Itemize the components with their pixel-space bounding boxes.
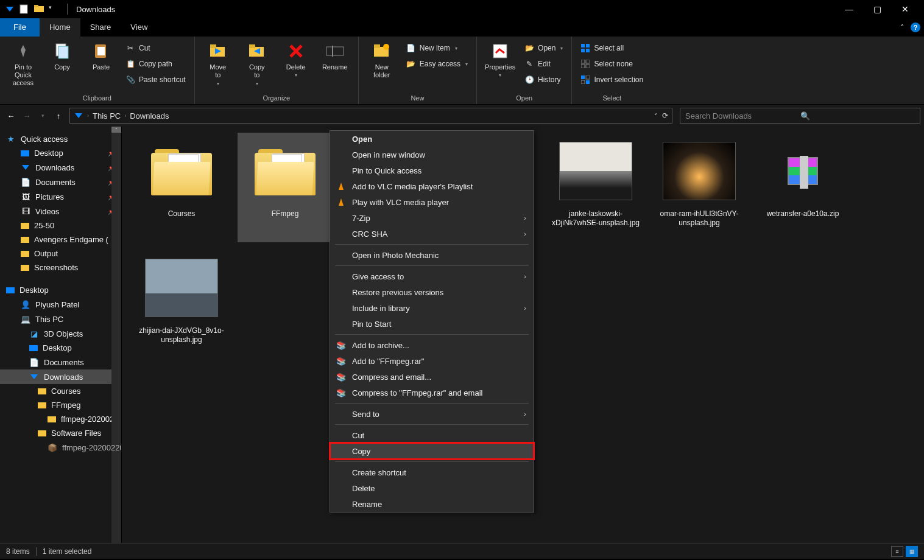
nav-back-button[interactable]: ←	[4, 108, 18, 123]
sidebar-desktop-root[interactable]: Desktop	[0, 283, 121, 297]
move-to-button[interactable]: Move to	[201, 39, 235, 89]
cm-cut[interactable]: Cut	[330, 427, 534, 443]
tab-home[interactable]: Home	[40, 18, 80, 37]
sidebar-ffmpeg-sub2[interactable]: 📦ffmpeg-20200220	[0, 440, 121, 455]
cm-restore-versions[interactable]: Restore previous versions	[330, 284, 534, 300]
crumb-downloads[interactable]: Downloads	[130, 111, 169, 121]
file-icon[interactable]	[19, 4, 29, 14]
properties-button[interactable]: Properties	[483, 39, 517, 80]
sidebar-this-pc[interactable]: 💻This PC	[0, 312, 121, 326]
qat-dropdown-icon[interactable]: ▾	[49, 4, 58, 14]
file-item-image-zhijian[interactable]: zhijian-dai-JXdVGb_8v1o-unsplash.jpg	[134, 250, 229, 359]
cm-include-library[interactable]: Include in library›	[330, 300, 534, 316]
cm-send-to[interactable]: Send to›	[330, 406, 534, 422]
file-pane[interactable]: Courses FFmpeg janke-laskowski-xDjiNk7wh…	[122, 127, 924, 543]
cm-vlc-playlist[interactable]: Add to VLC media player's Playlist	[330, 178, 534, 194]
nav-recent-dropdown[interactable]: ▾	[35, 108, 50, 123]
sidebar-videos[interactable]: 🎞Videos📌	[0, 204, 121, 219]
address-dropdown-icon[interactable]: ˅	[654, 113, 657, 119]
select-all-button[interactable]: Select all	[578, 41, 646, 55]
folder-item-courses[interactable]: Courses	[134, 133, 229, 242]
cm-copy[interactable]: Copy	[330, 443, 534, 459]
sidebar-folder-25-50[interactable]: 25-50	[0, 219, 121, 233]
sidebar-downloads2[interactable]: Downloads	[0, 369, 121, 384]
select-none-button[interactable]: Select none	[578, 57, 646, 71]
sidebar-documents[interactable]: 📄Documents📌	[0, 175, 121, 189]
tab-file[interactable]: File	[0, 18, 40, 37]
sidebar-software[interactable]: Software Files	[0, 426, 121, 440]
details-view-button[interactable]: ≡	[891, 546, 903, 557]
file-item-image-omar[interactable]: omar-ram-ihULI3tGnVY-unsplash.jpg	[652, 133, 747, 242]
cm-pin-quick-access[interactable]: Pin to Quick access	[330, 163, 534, 178]
collapse-ribbon-icon[interactable]: ˄	[900, 23, 905, 32]
sidebar-folder-screenshots[interactable]: Screenshots	[0, 261, 121, 275]
edit-button[interactable]: ✎Edit	[522, 57, 565, 71]
nav-up-button[interactable]: ↑	[51, 108, 66, 123]
cm-open-new-window[interactable]: Open in new window	[330, 147, 534, 163]
copy-button[interactable]: Copy	[45, 39, 79, 73]
new-folder-button[interactable]: New folder	[365, 39, 399, 82]
folder-icon[interactable]	[34, 4, 44, 14]
cm-add-rar[interactable]: 📚Add to "FFmpeg.rar"	[330, 353, 534, 369]
new-item-button[interactable]: 📄New item▾	[404, 41, 470, 55]
rename-button[interactable]: Rename	[318, 39, 352, 73]
invert-selection-button[interactable]: Invert selection	[578, 73, 646, 86]
easy-access-button[interactable]: 📂Easy access▾	[404, 57, 470, 71]
open-button[interactable]: 📂Open▾	[522, 41, 565, 55]
sidebar-courses[interactable]: Courses	[0, 384, 121, 398]
sidebar-3d-objects[interactable]: ◪3D Objects	[0, 326, 121, 341]
sidebar-ffmpeg-sub[interactable]: ffmpeg-2020022	[0, 412, 121, 426]
cm-7zip[interactable]: 7-Zip›	[330, 210, 534, 226]
copy-to-button[interactable]: Copy to	[240, 39, 274, 89]
history-button[interactable]: 🕑History	[522, 73, 565, 86]
tab-share[interactable]: Share	[80, 18, 121, 37]
copy-path-button[interactable]: 📋Copy path	[123, 57, 188, 71]
crumb-sep-icon[interactable]: ›	[124, 113, 126, 119]
search-input[interactable]: Search Downloads 🔍	[680, 108, 920, 124]
delete-button[interactable]: Delete	[279, 39, 313, 80]
sidebar-scrollbar[interactable]: ˄	[111, 127, 121, 543]
crumb-this-pc[interactable]: This PC	[93, 111, 121, 121]
sidebar-user[interactable]: 👤Piyush Patel	[0, 297, 121, 312]
maximize-button[interactable]: ▢	[863, 0, 891, 18]
paste-button[interactable]: Paste	[84, 39, 118, 73]
cm-crc-sha[interactable]: CRC SHA›	[330, 226, 534, 242]
sidebar-quick-access[interactable]: ★Quick access	[0, 131, 121, 146]
icons-view-button[interactable]: ▦	[906, 546, 918, 557]
tab-view[interactable]: View	[121, 18, 157, 37]
refresh-icon[interactable]: ⟳	[662, 111, 668, 120]
address-bar[interactable]: › This PC › Downloads ˅ ⟳	[69, 108, 672, 124]
cm-photo-mechanic[interactable]: Open in Photo Mechanic	[330, 247, 534, 263]
down-arrow-icon[interactable]	[5, 4, 15, 14]
sidebar-documents2[interactable]: 📄Documents	[0, 355, 121, 369]
sidebar-downloads[interactable]: Downloads📌	[0, 160, 121, 175]
cm-delete[interactable]: Delete	[330, 480, 534, 496]
minimize-button[interactable]: —	[835, 0, 863, 18]
paste-shortcut-button[interactable]: 📎Paste shortcut	[123, 73, 188, 86]
cm-give-access[interactable]: Give access to›	[330, 268, 534, 284]
cut-button[interactable]: ✂Cut	[123, 41, 188, 55]
file-item-zip-wetransfer[interactable]: wetransfer-a0e10a.zip	[755, 133, 850, 242]
sidebar-pictures[interactable]: 🖼Pictures📌	[0, 189, 121, 204]
sidebar-desktop[interactable]: Desktop📌	[0, 146, 121, 160]
crumb-sep-icon[interactable]: ›	[87, 113, 89, 119]
sidebar-desktop3[interactable]: Desktop	[0, 341, 121, 355]
pin-to-quick-access-button[interactable]: Pin to Quick access	[6, 39, 40, 89]
sidebar-folder-output[interactable]: Output	[0, 247, 121, 261]
nav-forward-button[interactable]: →	[19, 108, 34, 123]
cm-vlc-play[interactable]: Play with VLC media player	[330, 194, 534, 210]
cm-open[interactable]: Open	[330, 131, 534, 147]
cm-compress-email[interactable]: 📚Compress and email...	[330, 369, 534, 385]
sidebar-folder-avengers[interactable]: Avengers Endgame (	[0, 233, 121, 247]
image-thumbnail	[663, 142, 736, 200]
file-item-image-janke[interactable]: janke-laskowski-xDjiNk7whSE-unsplash.jpg	[548, 133, 643, 242]
cm-create-shortcut[interactable]: Create shortcut	[330, 464, 534, 480]
folder-item-ffmpeg[interactable]: FFmpeg	[238, 133, 333, 242]
cm-compress-rar-email[interactable]: 📚Compress to "FFmpeg.rar" and email	[330, 385, 534, 401]
help-icon[interactable]: ?	[911, 23, 920, 32]
sidebar-ffmpeg[interactable]: FFmpeg	[0, 398, 121, 412]
close-button[interactable]: ✕	[891, 0, 919, 18]
cm-rename[interactable]: Rename	[330, 496, 534, 512]
cm-add-archive[interactable]: 📚Add to archive...	[330, 337, 534, 353]
cm-pin-start[interactable]: Pin to Start	[330, 316, 534, 332]
